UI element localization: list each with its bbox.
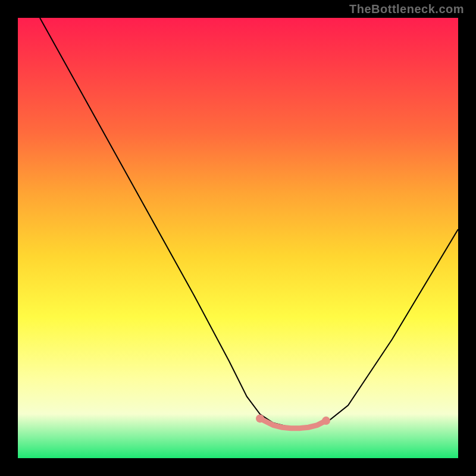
optimal-end-marker [322, 416, 330, 425]
bottleneck-curve [40, 18, 458, 427]
curve-layer [18, 18, 458, 458]
optimal-start-marker [256, 414, 264, 422]
watermark-text: TheBottleneck.com [349, 2, 464, 16]
optimal-flat-band [260, 418, 326, 428]
chart-frame: TheBottleneck.com [0, 0, 476, 476]
plot-area [18, 18, 458, 458]
